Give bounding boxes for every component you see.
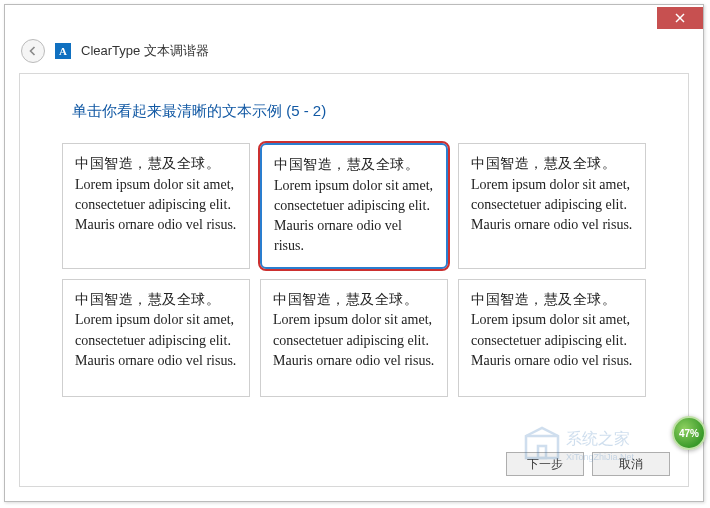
app-icon: A (55, 43, 71, 59)
close-icon (675, 13, 685, 23)
next-button[interactable]: 下一步 (506, 452, 584, 476)
text-sample-2[interactable]: 中国智造，慧及全球。 Lorem ipsum dolor sit amet, c… (260, 143, 448, 269)
page-title: ClearType 文本调谐器 (81, 42, 209, 60)
sample-grid: 中国智造，慧及全球。 Lorem ipsum dolor sit amet, c… (60, 143, 648, 397)
close-button[interactable] (657, 7, 703, 29)
footer-buttons: 下一步 取消 (506, 452, 670, 476)
text-sample-1[interactable]: 中国智造，慧及全球。 Lorem ipsum dolor sit amet, c… (62, 143, 250, 269)
titlebar (5, 5, 703, 35)
content-panel: 单击你看起来最清晰的文本示例 (5 - 2) 中国智造，慧及全球。 Lorem … (19, 73, 689, 487)
sample-cn: 中国智造，慧及全球。 (75, 154, 237, 174)
sample-en: Lorem ipsum dolor sit amet, consectetuer… (471, 175, 633, 236)
window: A ClearType 文本调谐器 单击你看起来最清晰的文本示例 (5 - 2)… (4, 4, 704, 502)
header: A ClearType 文本调谐器 (5, 35, 703, 73)
sample-cn: 中国智造，慧及全球。 (75, 290, 237, 310)
sample-en: Lorem ipsum dolor sit amet, consectetuer… (75, 310, 237, 371)
sample-cn: 中国智造，慧及全球。 (471, 154, 633, 174)
sample-cn: 中国智造，慧及全球。 (274, 155, 434, 175)
text-sample-5[interactable]: 中国智造，慧及全球。 Lorem ipsum dolor sit amet, c… (260, 279, 448, 397)
progress-percent: 47% (679, 428, 699, 439)
instruction-text: 单击你看起来最清晰的文本示例 (5 - 2) (60, 74, 648, 143)
svg-text:系统之家: 系统之家 (566, 430, 630, 447)
text-sample-3[interactable]: 中国智造，慧及全球。 Lorem ipsum dolor sit amet, c… (458, 143, 646, 269)
sample-cn: 中国智造，慧及全球。 (471, 290, 633, 310)
back-arrow-icon (27, 45, 39, 57)
sample-en: Lorem ipsum dolor sit amet, consectetuer… (274, 176, 434, 257)
text-sample-4[interactable]: 中国智造，慧及全球。 Lorem ipsum dolor sit amet, c… (62, 279, 250, 397)
app-icon-letter: A (59, 45, 67, 57)
text-sample-6[interactable]: 中国智造，慧及全球。 Lorem ipsum dolor sit amet, c… (458, 279, 646, 397)
sample-en: Lorem ipsum dolor sit amet, consectetuer… (75, 175, 237, 236)
sample-en: Lorem ipsum dolor sit amet, consectetuer… (273, 310, 435, 371)
back-button[interactable] (21, 39, 45, 63)
progress-badge: 47% (672, 416, 706, 450)
cancel-button[interactable]: 取消 (592, 452, 670, 476)
sample-en: Lorem ipsum dolor sit amet, consectetuer… (471, 310, 633, 371)
sample-cn: 中国智造，慧及全球。 (273, 290, 435, 310)
